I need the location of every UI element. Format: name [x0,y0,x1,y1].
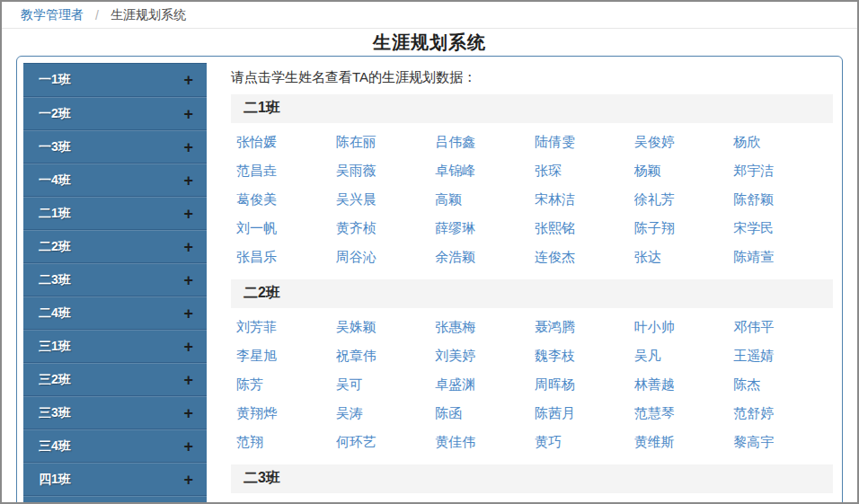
sidebar-item-class-0[interactable]: 一1班+ [23,64,207,97]
sidebar-item-class-5[interactable]: 二2班+ [23,230,207,263]
student-link[interactable]: 叶小帅 [634,313,734,341]
student-link[interactable]: 吕伟鑫 [435,128,535,156]
student-link[interactable]: 魏李枝 [535,341,634,370]
student-link[interactable]: 陈函 [435,399,535,428]
student-link[interactable]: 李星旭 [236,341,336,370]
student-link[interactable]: 何环艺 [336,428,436,456]
student-link[interactable]: 张熙铭 [535,214,634,243]
student-link[interactable]: 杨欣 [733,128,833,156]
student-link[interactable]: 张昌乐 [236,243,336,271]
student-link[interactable]: 陈芳 [236,370,336,399]
student-link[interactable]: 连洪建 [336,498,436,504]
student-link[interactable]: 范慧琴 [634,399,734,428]
expand-plus-icon[interactable]: + [183,239,193,255]
sidebar-item-class-6[interactable]: 二3班+ [23,263,207,296]
student-link[interactable]: 黎高宇 [733,428,833,456]
student-link[interactable]: 张惠梅 [435,313,535,341]
student-link[interactable]: 周晖杨 [535,370,634,399]
student-link[interactable]: 陆倩雯 [535,128,634,156]
expand-plus-icon[interactable]: + [183,372,193,388]
student-link[interactable]: 卓锦峰 [435,156,535,185]
student-link[interactable]: 连俊杰 [535,243,634,271]
class-section-title: 二2班 [231,279,833,308]
expand-plus-icon[interactable]: + [183,172,193,189]
student-link[interactable]: 连俊文 [435,498,535,504]
student-link[interactable]: 张怡媛 [236,128,336,156]
student-link[interactable]: 宋林洁 [535,185,634,214]
student-link[interactable]: 刘一帆 [236,214,336,243]
student-link[interactable]: 高颖 [435,185,535,214]
student-link[interactable]: 吴兴晨 [336,185,436,214]
expand-plus-icon[interactable]: + [183,472,193,488]
student-link[interactable]: 吴凡 [634,341,734,370]
student-link[interactable]: 张达 [634,243,734,271]
student-link[interactable]: 吴涛 [336,399,436,428]
student-link[interactable]: 连晔洁 [634,498,734,504]
expand-plus-icon[interactable]: + [183,206,193,222]
student-link[interactable]: 范舒婷 [733,399,833,428]
student-grid: 刘芳菲吴姝颖张惠梅聂鸿腾叶小帅邓伟平李星旭祝章伟刘美婷魏李枝吴凡王遥婧陈芳吴可卓… [231,313,833,456]
student-link[interactable]: 周谷沁 [336,243,436,271]
student-link[interactable]: 宋学民 [733,214,833,243]
student-link[interactable]: 薛缪琳 [435,214,535,243]
expand-plus-icon[interactable]: + [183,438,193,455]
expand-plus-icon[interactable]: + [183,139,193,155]
student-link[interactable]: 林善越 [634,370,734,399]
expand-plus-icon[interactable]: + [183,339,193,355]
title-bar: 生涯规划系统 [2,29,857,56]
expand-plus-icon[interactable]: + [183,72,193,88]
student-link[interactable]: 陈子翔 [634,214,734,243]
student-link[interactable]: 邓伟平 [733,313,833,341]
student-link[interactable]: 吴可 [336,370,436,399]
student-link[interactable]: 范翔 [236,428,336,456]
sidebar-item-class-7[interactable]: 二4班+ [23,296,207,330]
student-link[interactable]: 刘芳菲 [236,313,336,341]
student-link[interactable]: 杨颖 [634,156,734,185]
student-link[interactable]: 刘美婷 [435,341,535,370]
student-link[interactable]: 陈茜月 [535,399,634,428]
sidebar-item-class-1[interactable]: 一2班+ [23,97,207,130]
sidebar-item-class-2[interactable]: 一3班+ [23,130,207,164]
student-link[interactable]: 葛俊美 [236,185,336,214]
student-link[interactable]: 范昌垚 [236,156,336,185]
student-link[interactable]: 吴俊婷 [634,128,734,156]
student-link[interactable]: 陈靖萱 [733,243,833,271]
student-link[interactable]: 陈在丽 [336,128,436,156]
student-link[interactable]: 陈舒颖 [733,185,833,214]
student-link[interactable]: 黄佳伟 [435,428,535,456]
sidebar-item-class-3[interactable]: 一4班+ [23,164,207,197]
student-link[interactable]: 李威 [236,498,336,504]
sidebar-item-label: 一4班 [39,172,71,189]
student-link[interactable]: 余浩颖 [435,243,535,271]
sidebar-item-class-13[interactable]: 四2班+ [23,496,207,504]
student-link[interactable]: 连孙荣 [535,498,634,504]
expand-plus-icon[interactable]: + [183,305,193,322]
class-section-title: 二3班 [231,464,833,493]
student-link[interactable]: 黄维斯 [634,428,734,456]
student-link[interactable]: 黄齐桢 [336,214,436,243]
expand-plus-icon[interactable]: + [183,405,193,421]
student-link[interactable]: 连周全 [733,498,833,504]
sidebar-item-class-8[interactable]: 三1班+ [23,330,207,363]
student-link[interactable]: 黄翔烨 [236,399,336,428]
sidebar-item-class-4[interactable]: 二1班+ [23,197,207,230]
student-link[interactable]: 陈杰 [733,370,833,399]
student-link[interactable]: 张琛 [535,156,634,185]
sidebar-item-class-12[interactable]: 四1班+ [23,463,207,496]
student-link[interactable]: 卓盛渊 [435,370,535,399]
sidebar-item-class-9[interactable]: 三2班+ [23,363,207,396]
student-link[interactable]: 王遥婧 [733,341,833,370]
student-link[interactable]: 郑宇洁 [733,156,833,185]
student-link[interactable]: 吴姝颖 [336,313,436,341]
sidebar-item-class-10[interactable]: 三3班+ [23,396,207,429]
expand-plus-icon[interactable]: + [183,272,193,288]
student-link[interactable]: 徐礼芳 [634,185,734,214]
breadcrumb-link-admin[interactable]: 教学管理者 [21,7,84,23]
student-link[interactable]: 聂鸿腾 [535,313,634,341]
student-link[interactable]: 吴雨薇 [336,156,436,185]
sidebar-item-class-11[interactable]: 三4班+ [23,429,207,463]
student-link[interactable]: 黄巧 [535,428,634,456]
student-link[interactable]: 祝章伟 [336,341,436,370]
expand-plus-icon[interactable]: + [183,106,193,122]
student-grid: 李威连洪建连俊文连孙荣连晔洁连周全刘腾罗艳欧元毅沈潇灵宋宏权宋璞宋庆浩苏孝芳汤永… [231,498,833,504]
